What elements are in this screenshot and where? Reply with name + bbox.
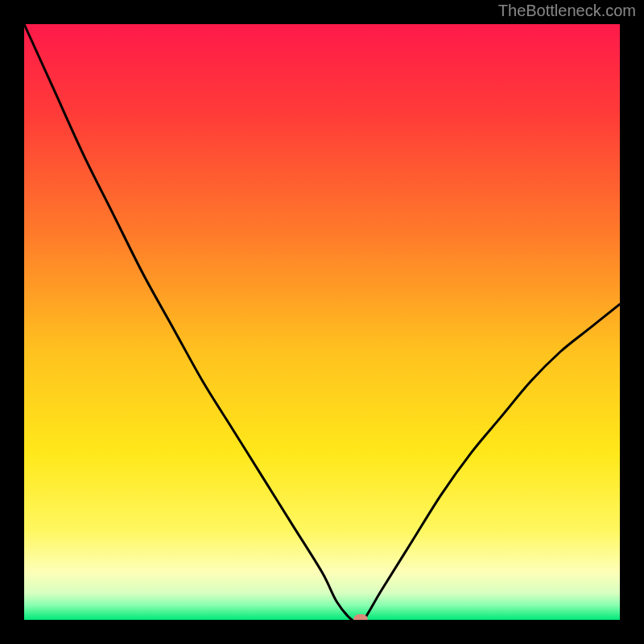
optimal-point-marker [353, 614, 368, 620]
bottleneck-curve [24, 24, 620, 620]
watermark-text: TheBottleneck.com [498, 2, 636, 20]
chart-container: TheBottleneck.com [0, 0, 644, 644]
plot-area [24, 24, 620, 620]
